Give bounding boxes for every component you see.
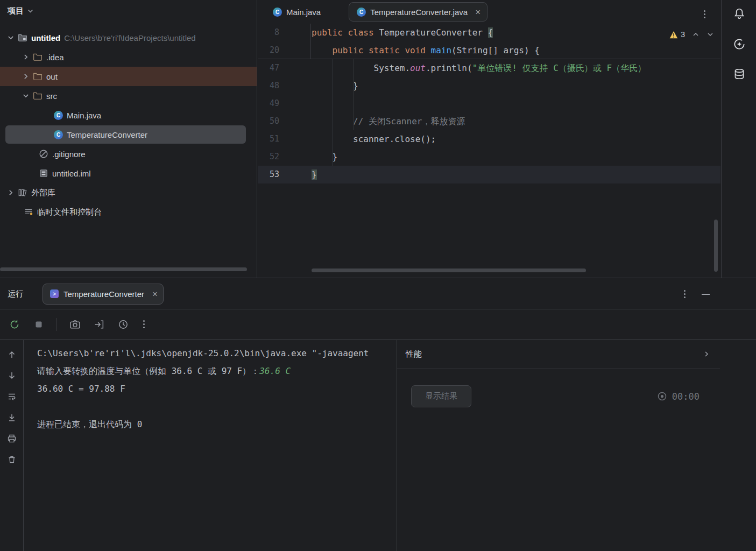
tree-item-gitignore[interactable]: .gitignore — [0, 144, 257, 164]
chevron-right-icon[interactable] — [703, 350, 710, 358]
arrow-up-icon — [7, 350, 17, 359]
console-line — [37, 398, 397, 415]
print-button[interactable] — [5, 432, 19, 446]
tree-item-untitled-iml[interactable]: untitled.iml — [0, 164, 257, 183]
tree-item-label: Main.java — [67, 111, 101, 120]
chevron-down-icon[interactable] — [23, 93, 29, 99]
show-results-button[interactable]: 显示结果 — [411, 385, 471, 407]
ai-assistant-button[interactable] — [722, 32, 756, 56]
run-options-kebab-icon[interactable] — [682, 288, 688, 300]
code-line[interactable]: 53} — [258, 166, 720, 183]
screenshot-button[interactable] — [68, 318, 81, 331]
database-icon — [732, 67, 746, 81]
module-file-icon — [39, 168, 48, 178]
warning-icon — [669, 31, 678, 39]
toolbar-kebab-icon[interactable] — [141, 318, 147, 330]
run-tab-temperature-converter[interactable]: TemperatureConverter × — [43, 284, 164, 305]
tab-label: TemperatureConverter.java — [370, 8, 468, 17]
ai-assistant-icon — [732, 37, 746, 51]
tab-temperature-converter-java[interactable]: TemperatureConverter.java × — [349, 2, 487, 22]
close-tab-icon[interactable]: × — [474, 8, 482, 17]
editor-vertical-scrollbar[interactable] — [714, 220, 718, 272]
code-lines[interactable]: 47 System.out.println("单位错误! 仅支持 C（摄氏）或 … — [258, 59, 720, 278]
navigate-down-button[interactable] — [5, 369, 19, 383]
toolbar-divider — [56, 318, 57, 331]
run-toolbar — [0, 309, 756, 340]
editor-tab-bar: Main.java TemperatureConverter.java × — [258, 0, 720, 24]
code-line[interactable]: 52 } — [258, 148, 720, 166]
console-line: 请输入要转换的温度与单位（例如 36.6 C 或 97 F）：36.6 C — [37, 362, 397, 380]
sticky-line[interactable]: 8public class TemperatureConverter { — [258, 24, 720, 41]
project-panel-title: 项目 — [8, 6, 24, 16]
code-line[interactable]: 48 } — [258, 77, 720, 95]
top-area: 项目 untitled C:\Users\b're'ri'l\IdeaProje… — [0, 0, 756, 278]
print-icon — [7, 434, 17, 443]
folder-icon — [33, 72, 43, 81]
editor-area: Main.java TemperatureConverter.java × 8p… — [258, 0, 720, 278]
timer: 00:00 — [657, 391, 700, 402]
tree-item-label: 外部库 — [31, 188, 55, 198]
scroll-end-icon — [7, 413, 17, 422]
project-folder-icon — [18, 33, 27, 43]
chevron-up-icon[interactable] — [692, 31, 700, 38]
tree-item-external-libraries[interactable]: 外部库 — [0, 183, 257, 202]
console-line: 进程已结束，退出代码为 0 — [37, 415, 397, 433]
console-output[interactable]: C:\Users\b're'ri'l\.jdks\openjdk-25.0.2\… — [24, 340, 397, 551]
chevron-down-icon[interactable] — [706, 31, 714, 38]
tree-item-temperature-converter[interactable]: TemperatureConverter — [0, 125, 257, 144]
console-line: 36.60 C = 97.88 F — [37, 380, 397, 398]
timer-icon — [657, 391, 667, 401]
code-line[interactable]: 50 // 关闭Scanner，释放资源 — [258, 112, 720, 130]
import-results-button[interactable] — [93, 318, 105, 331]
navigate-up-button[interactable] — [5, 348, 19, 362]
scrollbar-thumb[interactable] — [0, 267, 247, 271]
clear-console-button[interactable] — [5, 453, 19, 467]
code-line[interactable]: 47 System.out.println("单位错误! 仅支持 C（摄氏）或 … — [258, 59, 720, 77]
right-tool-strip — [721, 0, 756, 278]
history-button[interactable] — [117, 318, 130, 331]
chevron-right-icon[interactable] — [8, 189, 14, 196]
tab-main-java[interactable]: Main.java — [266, 2, 327, 22]
rerun-button[interactable] — [8, 318, 21, 331]
performance-header[interactable]: 性能 — [397, 340, 720, 369]
ignored-file-icon — [39, 149, 48, 159]
chevron-down-icon[interactable] — [8, 34, 14, 41]
close-run-tab-icon[interactable]: × — [152, 289, 158, 299]
tree-item-scratches[interactable]: 临时文件和控制台 — [0, 202, 257, 222]
chevron-right-icon[interactable] — [23, 73, 29, 80]
sticky-line[interactable]: 20 public static void main(String[] args… — [258, 41, 720, 59]
code-line[interactable]: 49 — [258, 95, 720, 112]
tree-item-out-folder[interactable]: out — [0, 67, 257, 86]
console-gutter — [0, 340, 24, 551]
tree-item-label: src — [46, 91, 57, 101]
tree-item-label: untitled.iml — [52, 169, 91, 178]
inspection-widget[interactable]: 3 — [669, 30, 714, 39]
editor-options-kebab-icon[interactable] — [702, 8, 708, 20]
project-view-selector[interactable]: 项目 — [0, 0, 257, 22]
notifications-button[interactable] — [722, 2, 756, 26]
sticky-lines[interactable]: 8public class TemperatureConverter {20 p… — [258, 24, 720, 59]
chevron-right-icon[interactable] — [23, 54, 29, 60]
editor-horizontal-scrollbar[interactable] — [312, 269, 586, 272]
project-root-path: C:\Users\b're'ri'l\IdeaProjects\untitled — [64, 33, 196, 43]
soft-wrap-button[interactable] — [5, 390, 19, 404]
indent-guide — [354, 59, 354, 130]
database-button[interactable] — [722, 62, 756, 86]
code-line[interactable]: 51 scanner.close(); — [258, 130, 720, 148]
scratches-icon — [24, 207, 33, 217]
project-horizontal-scrollbar[interactable] — [0, 267, 257, 272]
import-icon — [94, 319, 104, 330]
scroll-to-end-button[interactable] — [5, 411, 19, 425]
soft-wrap-icon — [7, 392, 17, 401]
tree-item-label: untitled — [31, 33, 60, 43]
tree-item-label: TemperatureConverter — [67, 130, 147, 139]
tree-item-root[interactable]: untitled C:\Users\b're'ri'l\IdeaProjects… — [0, 28, 257, 47]
console-icon — [50, 289, 59, 298]
stop-button[interactable] — [32, 318, 45, 331]
tree-item-src-folder[interactable]: src — [0, 86, 257, 105]
timer-value: 00:00 — [672, 391, 700, 402]
tree-item-idea-folder[interactable]: .idea — [0, 47, 257, 67]
rerun-icon — [9, 319, 20, 330]
tree-item-main-java[interactable]: Main.java — [0, 105, 257, 125]
minimize-icon[interactable] — [702, 294, 710, 295]
